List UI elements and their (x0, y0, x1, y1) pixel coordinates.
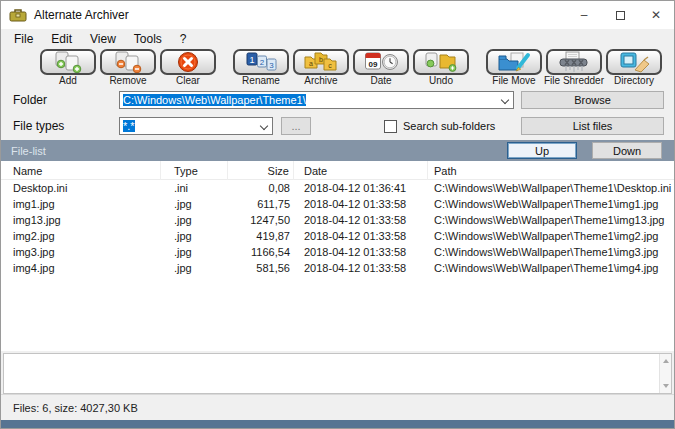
menu-file[interactable]: File (5, 31, 42, 47)
column-header-size[interactable]: Size (228, 161, 294, 180)
column-header-name[interactable]: Name (1, 161, 161, 180)
column-header-path[interactable]: Path (428, 161, 674, 180)
table-row[interactable]: img3.jpg .jpg 1166,54 2018-04-12 01:33:5… (1, 244, 674, 260)
file-shredder-label: File Shredder (544, 75, 604, 86)
remove-button[interactable]: Remove (99, 49, 157, 86)
file-shredder-icon (546, 49, 602, 75)
clear-button[interactable]: Clear (159, 49, 217, 86)
file-date: 2018-04-12 01:33:58 (294, 214, 428, 226)
file-size: 0,08 (228, 182, 294, 194)
svg-text:a: a (309, 60, 313, 67)
file-date: 2018-04-12 01:33:58 (294, 246, 428, 258)
subfolders-label: Search sub-folders (403, 120, 495, 132)
file-type: .jpg (161, 198, 228, 210)
filetypes-combobox[interactable]: *.* (119, 117, 273, 135)
undo-label: Undo (429, 75, 453, 86)
file-path: C:\Windows\Web\Wallpaper\Theme1\img1.jpg (428, 198, 674, 210)
add-button[interactable]: Add (39, 49, 97, 86)
subfolders-checkbox[interactable] (384, 120, 397, 133)
status-text: Files: 6, size: 4027,30 KB (13, 402, 138, 414)
svg-text:1: 1 (249, 55, 254, 65)
column-header-type[interactable]: Type (161, 161, 228, 180)
file-move-button[interactable]: File Move (485, 49, 543, 86)
file-list-panel-bar: File-list Up Down (1, 140, 674, 161)
date-icon: 09 (353, 49, 409, 75)
subfolders-option: Search sub-folders (384, 120, 495, 133)
file-table-body: Desktop.ini .ini 0,08 2018-04-12 01:36:4… (1, 180, 674, 351)
table-row[interactable]: img2.jpg .jpg 419,87 2018-04-12 01:33:58… (1, 228, 674, 244)
chevron-down-icon[interactable] (260, 122, 268, 130)
up-button[interactable]: Up (507, 142, 577, 159)
folder-value: C:\Windows\Web\Wallpaper\Theme1\ (123, 94, 306, 106)
file-size: 1166,54 (228, 246, 294, 258)
browse-button[interactable]: Browse (521, 91, 664, 109)
directory-icon (606, 49, 662, 75)
table-row[interactable]: img13.jpg .jpg 1247,50 2018-04-12 01:33:… (1, 212, 674, 228)
svg-text:b: b (319, 56, 323, 63)
file-name: Desktop.ini (1, 182, 161, 194)
remove-label: Remove (109, 75, 146, 86)
file-type: .jpg (161, 262, 228, 274)
file-path: C:\Windows\Web\Wallpaper\Theme1\img3.jpg (428, 246, 674, 258)
down-button[interactable]: Down (592, 142, 662, 159)
scroll-down-icon[interactable] (663, 384, 669, 388)
file-date: 2018-04-12 01:36:41 (294, 182, 428, 194)
archive-button[interactable]: a b c Archive (292, 49, 350, 86)
list-files-button[interactable]: List files (521, 117, 664, 135)
menu-view[interactable]: View (81, 31, 125, 47)
menu-help[interactable]: ? (171, 31, 196, 47)
window-title: Alternate Archiver (34, 8, 566, 22)
filetypes-value: *.* (123, 120, 135, 132)
close-icon[interactable]: ✕ (638, 1, 674, 29)
chevron-down-icon[interactable] (501, 96, 509, 104)
app-window: Alternate Archiver – ✕ File Edit View To… (0, 0, 675, 429)
remove-files-icon (100, 49, 156, 75)
menu-edit[interactable]: Edit (42, 31, 81, 47)
filetypes-more-button[interactable]: ... (281, 117, 311, 135)
table-row[interactable]: img4.jpg .jpg 581,56 2018-04-12 01:33:58… (1, 260, 674, 276)
column-header-date[interactable]: Date (294, 161, 428, 180)
vertical-scrollbar[interactable] (659, 354, 671, 393)
file-name: img3.jpg (1, 246, 161, 258)
file-date: 2018-04-12 01:33:58 (294, 262, 428, 274)
maximize-icon[interactable] (602, 1, 638, 29)
file-path: C:\Windows\Web\Wallpaper\Theme1\img2.jpg (428, 230, 674, 242)
rename-label: Rename (242, 75, 280, 86)
file-type: .ini (161, 182, 228, 194)
log-textarea[interactable] (3, 353, 672, 394)
status-bar: Files: 6, size: 4027,30 KB (1, 394, 674, 420)
directory-label: Directory (614, 75, 654, 86)
file-name: img1.jpg (1, 198, 161, 210)
folder-row: Folder C:\Windows\Web\Wallpaper\Theme1\ … (13, 91, 664, 109)
add-label: Add (59, 75, 77, 86)
file-path: C:\Windows\Web\Wallpaper\Theme1\img13.jp… (428, 214, 674, 226)
app-toolbox-icon (9, 7, 27, 23)
file-name: img13.jpg (1, 214, 161, 226)
scroll-up-icon[interactable] (663, 359, 669, 363)
title-bar: Alternate Archiver – ✕ (1, 1, 674, 29)
table-row[interactable]: img1.jpg .jpg 611,75 2018-04-12 01:33:58… (1, 196, 674, 212)
directory-button[interactable]: Directory (605, 49, 663, 86)
file-size: 611,75 (228, 198, 294, 210)
minimize-icon[interactable]: – (566, 1, 602, 29)
svg-text:2: 2 (260, 58, 265, 67)
rename-icon: 1 2 3 (233, 49, 289, 75)
rename-button[interactable]: 1 2 3 Rename (232, 49, 290, 86)
menu-tools[interactable]: Tools (125, 31, 171, 47)
file-move-label: File Move (492, 75, 535, 86)
window-bottom-edge (1, 420, 674, 428)
folder-combobox[interactable]: C:\Windows\Web\Wallpaper\Theme1\ (119, 91, 514, 109)
svg-text:09: 09 (369, 60, 378, 69)
svg-text:c: c (328, 62, 332, 69)
file-shredder-button[interactable]: File Shredder (545, 49, 603, 86)
table-row[interactable]: Desktop.ini .ini 0,08 2018-04-12 01:36:4… (1, 180, 674, 196)
file-type: .jpg (161, 246, 228, 258)
date-button[interactable]: 09 Date (352, 49, 410, 86)
file-name: img2.jpg (1, 230, 161, 242)
undo-button[interactable]: Undo (412, 49, 470, 86)
clear-label: Clear (176, 75, 200, 86)
file-list-panel-title: File-list (11, 145, 507, 157)
filetypes-label: File types (13, 119, 119, 133)
file-size: 581,56 (228, 262, 294, 274)
file-move-icon (486, 49, 542, 75)
